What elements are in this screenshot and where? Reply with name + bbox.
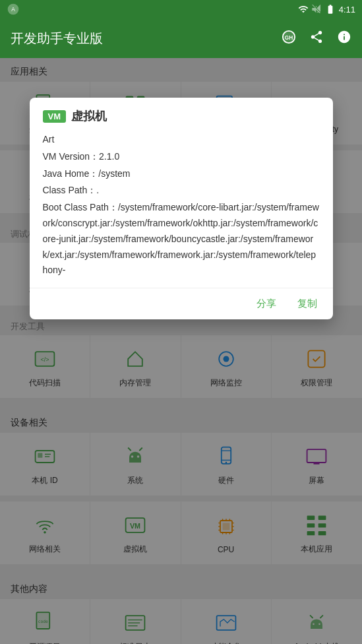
modal-body: Art VM Version：2.1.0 Java Home：/system C… — [30, 129, 333, 288]
modal-header: VM 虚拟机 — [30, 98, 333, 129]
app-logo-icon: A — [7, 3, 20, 16]
modal-title: 虚拟机 — [71, 108, 107, 124]
battery-icon — [324, 4, 336, 15]
status-bar-right: 4:11 — [298, 4, 355, 15]
wifi-status-icon — [298, 4, 309, 15]
main-content: 应用相关 code 开源项目 — [0, 58, 362, 644]
status-bar-left: A — [7, 3, 20, 16]
modal-overlay[interactable]: VM 虚拟机 Art VM Version：2.1.0 Java Home：/s… — [0, 58, 362, 644]
svg-text:GH: GH — [285, 34, 293, 40]
vm-modal: VM 虚拟机 Art VM Version：2.1.0 Java Home：/s… — [30, 98, 333, 319]
signal-icon — [311, 4, 322, 15]
svg-text:A: A — [11, 6, 15, 13]
vm-art: Art — [43, 132, 320, 148]
app-bar: 开发助手专业版 GH — [0, 18, 362, 58]
copy-button[interactable]: 复制 — [292, 294, 322, 314]
modal-footer: 分享 复制 — [30, 288, 333, 319]
vm-version: VM Version：2.1.0 — [43, 149, 320, 165]
share-button[interactable]: 分享 — [251, 294, 282, 314]
vm-class-path: Class Path：. — [43, 183, 320, 199]
vm-badge: VM — [43, 110, 67, 123]
github-icon[interactable]: GH — [282, 30, 296, 48]
vm-java-home: Java Home：/system — [43, 166, 320, 182]
share-icon[interactable] — [309, 30, 324, 48]
info-icon[interactable] — [337, 30, 351, 48]
status-bar: A 4:11 — [0, 0, 362, 18]
app-bar-actions: GH — [282, 30, 351, 48]
time-display: 4:11 — [339, 5, 355, 15]
vm-boot-class-path: Boot Class Path：/system/framework/core-l… — [43, 200, 320, 278]
app-title: 开发助手专业版 — [11, 30, 103, 48]
